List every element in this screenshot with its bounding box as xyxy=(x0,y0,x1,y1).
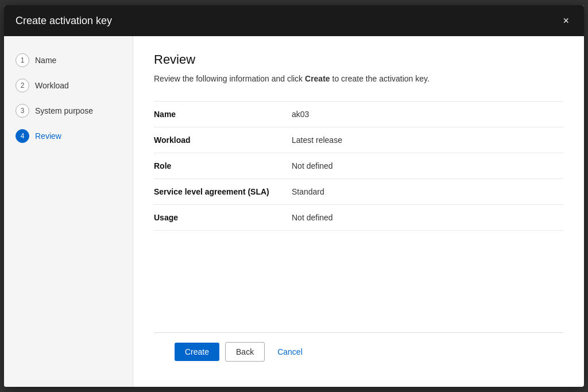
cancel-button[interactable]: Cancel xyxy=(270,343,310,361)
modal-title: Create activation key xyxy=(16,15,112,27)
table-row: UsageNot defined xyxy=(154,205,563,231)
step-item-workload[interactable]: 2Workload xyxy=(4,73,133,98)
step-label: Name xyxy=(35,56,56,65)
step-number: 4 xyxy=(16,129,29,143)
step-label: Workload xyxy=(35,81,69,90)
content-area: Review Review the following information … xyxy=(154,52,563,332)
field-label: Name xyxy=(154,102,292,127)
step-label: Review xyxy=(35,131,61,141)
field-value: Not defined xyxy=(292,153,563,179)
review-table: Nameak03WorkloadLatest releaseRoleNot de… xyxy=(154,101,563,231)
back-button[interactable]: Back xyxy=(225,342,265,362)
step-number: 1 xyxy=(16,53,29,67)
step-item-review[interactable]: 4Review xyxy=(4,123,133,149)
review-subtitle: Review the following information and cli… xyxy=(154,73,563,85)
step-item-name[interactable]: 1Name xyxy=(4,48,133,73)
create-button[interactable]: Create xyxy=(175,343,219,361)
subtitle-text: Review the following information and cli… xyxy=(154,74,305,83)
close-button[interactable]: × xyxy=(559,14,572,27)
footer: Create Back Cancel xyxy=(154,332,563,371)
field-value: Standard xyxy=(292,179,563,205)
table-row: Service level agreement (SLA)Standard xyxy=(154,179,563,205)
field-value: Latest release xyxy=(292,127,563,153)
field-label: Service level agreement (SLA) xyxy=(154,179,292,205)
table-row: RoleNot defined xyxy=(154,153,563,179)
field-label: Usage xyxy=(154,205,292,231)
subtitle-bold: Create xyxy=(305,74,330,83)
modal-overlay: Create activation key × 1Name2Workload3S… xyxy=(0,0,588,392)
field-label: Workload xyxy=(154,127,292,153)
step-label: System purpose xyxy=(35,106,93,115)
field-value: ak03 xyxy=(292,102,563,127)
table-row: WorkloadLatest release xyxy=(154,127,563,153)
modal-body: 1Name2Workload3System purpose4Review Rev… xyxy=(4,36,584,387)
field-value: Not defined xyxy=(292,205,563,231)
step-number: 3 xyxy=(16,104,29,118)
field-label: Role xyxy=(154,153,292,179)
table-row: Nameak03 xyxy=(154,102,563,127)
modal: Create activation key × 1Name2Workload3S… xyxy=(4,5,584,387)
sidebar: 1Name2Workload3System purpose4Review xyxy=(4,36,133,387)
main-content: Review Review the following information … xyxy=(133,36,584,387)
step-number: 2 xyxy=(16,79,29,92)
review-title: Review xyxy=(154,52,563,67)
step-item-system-purpose[interactable]: 3System purpose xyxy=(4,98,133,123)
modal-header: Create activation key × xyxy=(4,5,584,36)
subtitle-end: to create the activation key. xyxy=(330,74,430,83)
